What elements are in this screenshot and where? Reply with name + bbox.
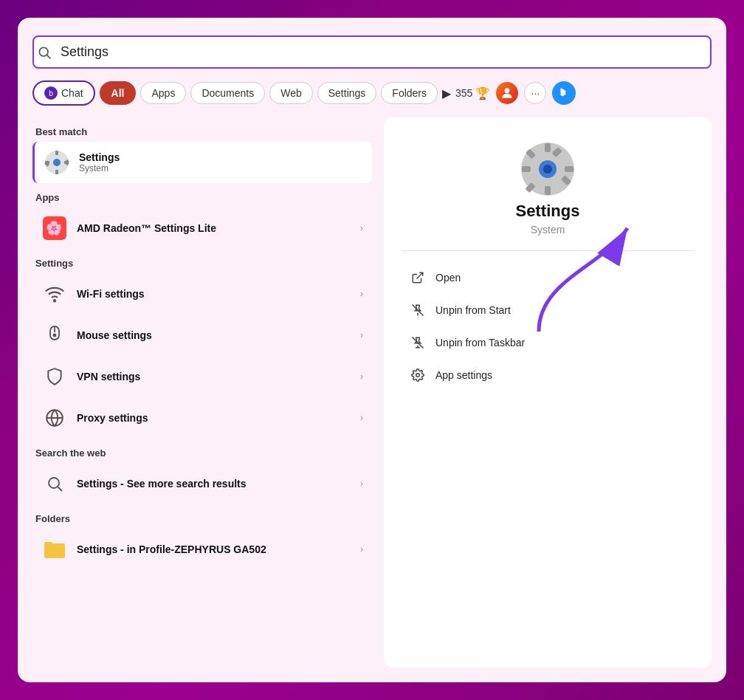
svg-text:🌸: 🌸 [46,220,63,236]
detail-app-name: Settings [516,202,580,221]
docs-label: Documents [202,87,254,99]
user-avatar[interactable] [496,82,518,104]
svg-rect-29 [522,166,531,172]
folder-title: Settings - in Profile-ZEPHYRUS GA502 [77,543,351,555]
chat-label: Chat [61,87,83,99]
result-amd[interactable]: 🌸 AMD Radeon™ Settings Lite › [32,207,372,249]
result-proxy[interactable]: Proxy settings › [32,397,372,439]
vpn-title: VPN settings [77,371,351,382]
filter-settings[interactable]: Settings [317,82,377,104]
web-search-arrow: › [360,478,363,489]
chat-b-icon: b [44,86,58,100]
score-value: 355 [455,87,472,99]
app-settings-label: App settings [435,369,492,381]
svg-line-1 [47,55,51,58]
result-settings-text: Settings System [79,151,363,174]
vpn-arrow: › [360,371,363,382]
filter-documents[interactable]: Documents [190,82,265,104]
result-mouse[interactable]: Mouse settings › [32,315,372,356]
svg-point-40 [416,374,420,377]
web-search-text: Settings - See more search results [77,478,351,490]
action-unpin-taskbar[interactable]: Unpin from Taskbar [402,328,694,357]
svg-point-25 [543,165,552,174]
amd-title: AMD Radeon™ Settings Lite [77,222,351,234]
result-folder[interactable]: Settings - in Profile-ZEPHYRUS GA502 › [32,529,372,570]
main-content: Best match [32,117,712,668]
svg-line-34 [417,272,423,278]
result-title: Settings [79,151,363,163]
svg-rect-26 [545,143,551,152]
result-settings-best[interactable]: Settings System [32,142,372,183]
proxy-icon [41,405,68,431]
filter-folders[interactable]: Folders [381,82,438,104]
left-panel: Best match [32,117,372,668]
action-unpin-start[interactable]: Unpin from Start [402,295,694,325]
unpin-taskbar-icon [410,335,425,350]
search-icon [37,45,52,60]
bing-button[interactable] [552,81,576,105]
mouse-arrow: › [360,330,363,340]
filter-all[interactable]: All [100,81,137,105]
more-filters-button[interactable]: ▶ [442,86,451,100]
result-amd-text: AMD Radeon™ Settings Lite [77,222,351,234]
proxy-title: Proxy settings [77,412,351,424]
open-icon [410,270,425,285]
vpn-text: VPN settings [77,371,351,382]
settings-label: Settings [328,87,366,99]
action-app-settings[interactable]: App settings [402,360,694,390]
mouse-text: Mouse settings [77,329,351,341]
score-display: 355 🏆 [455,86,490,100]
result-arrow: › [360,223,363,233]
unpin-start-label: Unpin from Start [435,304,511,316]
web-label: Web [280,87,302,99]
search-web-label: Search the web [32,447,372,459]
proxy-arrow: › [360,413,363,423]
more-button[interactable]: ··· [524,82,546,104]
result-vpn[interactable]: VPN settings › [32,356,372,397]
wifi-arrow: › [360,289,363,299]
filter-apps[interactable]: Apps [140,82,186,104]
open-label: Open [435,272,461,284]
result-wifi[interactable]: Wi-Fi settings › [32,273,372,315]
result-subtitle: System [79,163,363,174]
svg-point-2 [505,88,510,93]
settings-icon-small [44,149,70,176]
folders-section-label: Folders [32,513,372,524]
amd-icon: 🌸 [41,215,68,241]
mouse-title: Mouse settings [77,329,351,341]
svg-rect-6 [55,170,58,174]
svg-rect-5 [55,151,58,155]
apps-section-label: Apps [32,192,372,203]
apps-label: Apps [151,87,175,99]
search-input[interactable]: Settings [58,38,707,66]
all-label: All [111,87,125,99]
detail-app-icon [518,140,577,202]
action-open[interactable]: Open [402,263,694,292]
folder-arrow: › [360,544,363,555]
wifi-title: Wi-Fi settings [77,288,351,300]
svg-point-21 [49,478,59,488]
svg-line-22 [58,487,63,492]
result-web-search[interactable]: Settings - See more search results › [32,463,372,504]
wifi-icon [41,281,68,307]
svg-point-15 [54,300,55,301]
folders-label: Folders [392,87,427,99]
folder-text: Settings - in Profile-ZEPHYRUS GA502 [77,543,351,555]
mouse-icon [41,322,68,349]
best-match-label: Best match [32,126,372,137]
svg-point-4 [53,159,61,166]
filter-web[interactable]: Web [269,82,313,104]
detail-divider [402,250,694,251]
detail-app-subtitle: System [531,224,565,236]
wifi-text: Wi-Fi settings [77,288,351,300]
svg-rect-27 [545,186,551,195]
proxy-text: Proxy settings [77,412,351,424]
filter-bar: b Chat All Apps Documents Web Settings F… [32,80,712,106]
action-list: Open Unpin from Start [402,263,694,390]
search-bar[interactable]: Settings [32,35,712,69]
settings-section-label: Settings [32,258,372,269]
svg-point-0 [39,47,48,56]
vpn-icon [41,363,68,390]
trophy-icon: 🏆 [475,86,490,100]
filter-chat[interactable]: b Chat [32,80,95,106]
